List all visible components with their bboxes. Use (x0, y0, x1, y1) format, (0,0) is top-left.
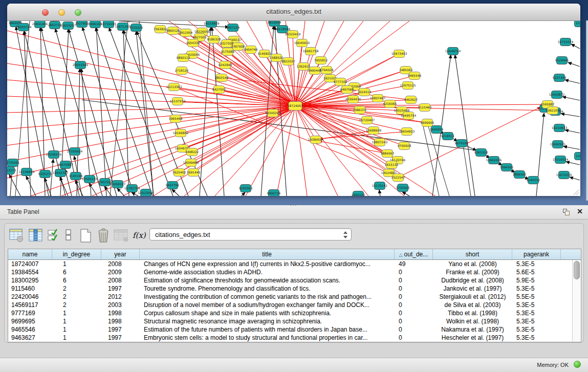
graph-edge-black[interactable] (110, 21, 128, 196)
graph-node-label: 19384554 (308, 138, 324, 141)
graph-edge-red[interactable] (295, 106, 407, 132)
column-header-out_de[interactable]: △out_de... (395, 249, 433, 259)
table-row[interactable]: 969969511998Structural magnetic resonanc… (8, 317, 572, 325)
table-cell: Franke et al. (2009) (433, 268, 512, 276)
graph-edge-black[interactable] (172, 189, 179, 196)
network-canvas[interactable]: 1872400716630542405572420691406284371910… (7, 21, 580, 196)
column-header-name[interactable]: name (8, 249, 52, 259)
network-window[interactable]: citations_edges.txt 18724007166305424055… (7, 4, 580, 196)
float-panel-icon[interactable] (563, 209, 571, 216)
graph-node-label: 15107553 (170, 99, 186, 103)
column-header-in_degree[interactable]: in_degree (52, 249, 101, 259)
table-vertical-scrollbar[interactable] (572, 260, 581, 342)
graph-node-label: 16958107 (110, 182, 126, 186)
table-row[interactable]: 977716911998Corpus callosum shape and si… (8, 309, 572, 317)
graph-node-label: 1735061 (7, 161, 20, 164)
new-document-icon[interactable] (78, 228, 94, 244)
graph-edge-black[interactable] (565, 130, 580, 133)
graph-edge-black[interactable] (463, 145, 471, 196)
column-header-title[interactable]: title (140, 249, 395, 259)
panel-splitter-handle[interactable] (290, 204, 297, 206)
graph-node-label: 14099485 (183, 161, 199, 164)
table-cell: de Silva et al. (2003) (433, 301, 512, 309)
graph-node-label: 12093872 (549, 93, 565, 96)
column-header-year[interactable]: year (101, 249, 140, 259)
graph-node-label: 1588520 (270, 56, 284, 59)
table-row[interactable]: 1830029562008Estimation of significance … (8, 276, 572, 285)
table-row[interactable]: 2242004622012Investigating the contribut… (8, 293, 572, 301)
graph-node-label: 9146821 (258, 52, 272, 55)
graph-edge-black[interactable] (570, 177, 580, 180)
graph-edge-red[interactable] (295, 106, 307, 196)
column-pair-icon[interactable] (64, 228, 73, 243)
cytoscape-desktop: citations_edges.txt 18724007166305424055… (0, 0, 588, 205)
table-cell: Disruption of a novel member of a sodium… (140, 301, 395, 309)
graph-node-label: 10653257 (60, 24, 76, 27)
graph-node-label: 15751074 (558, 40, 574, 43)
close-panel-icon[interactable]: ✕ (577, 207, 583, 215)
memory-status-indicator[interactable] (574, 361, 581, 368)
graph-edge-red[interactable] (225, 65, 295, 106)
graph-node-label: 16640910 (294, 41, 310, 45)
table-row[interactable]: 946362711997Embryonic stem cells: a mode… (8, 334, 572, 342)
graph-node-label: 19166852 (173, 131, 189, 135)
table-cell: 18300295 (8, 276, 52, 285)
graph-node-label: 12975125 (400, 83, 416, 87)
graph-edge-black[interactable] (242, 192, 245, 196)
graph-edge-red[interactable] (193, 43, 295, 106)
table-row[interactable]: 1872400712008Changes of HCN gene express… (8, 260, 572, 268)
graph-node-label: 8912954 (179, 31, 193, 34)
table-row[interactable]: 1938455462009Genome-wide association stu… (8, 268, 572, 276)
column-header-short[interactable]: short (433, 249, 512, 259)
graph-node-label: 15135141 (372, 184, 388, 187)
scrollbar-thumb[interactable] (574, 261, 580, 279)
graph-edge-black[interactable] (563, 146, 580, 149)
graph-node-label: 9699695 (421, 121, 434, 124)
graph-edge-red[interactable] (398, 107, 540, 178)
graph-edge-black[interactable] (566, 162, 580, 165)
graph-node-label: 9175685 (221, 50, 235, 53)
graph-node-label: 9756928 (398, 144, 411, 147)
table-row[interactable]: 946554611997Estimation of the future num… (8, 325, 572, 334)
trash-icon[interactable] (96, 228, 111, 244)
table-row[interactable]: 911546021997Tourette syndrome. Phenomeno… (8, 285, 572, 293)
table-cell: Embryonic stem cells: a model to study s… (140, 334, 395, 342)
graph-edge-black[interactable] (562, 97, 580, 100)
graph-node-label: 9129946 (555, 58, 569, 62)
graph-node-label: 12505135 (82, 177, 98, 181)
table-settings-icon[interactable] (9, 228, 24, 243)
graph-edge-black[interactable] (50, 159, 53, 196)
graph-node-label: 9115460 (418, 105, 432, 109)
graph-node-label: 7986372 (353, 108, 367, 112)
table-row[interactable]: 1456911722003Disruption of a novel membe… (8, 301, 572, 309)
table-panel-body: f(x) citations_edges.txt namein_degreeye… (4, 223, 584, 343)
graph-node-label: 9227343 (553, 76, 567, 79)
graph-node-label: 13942757 (53, 171, 69, 174)
background-window-edge (586, 20, 588, 201)
graph-edge-black[interactable] (571, 44, 580, 49)
graph-node-label: 19654923 (399, 129, 415, 133)
canvas-resize-grip[interactable] (574, 190, 579, 195)
graph-edge-black[interactable] (136, 31, 154, 196)
graph-edge-black[interactable] (26, 176, 36, 196)
graph-edge-red[interactable] (184, 106, 295, 196)
graph-edge-black[interactable] (455, 55, 475, 196)
table-cell: 1 (52, 260, 101, 268)
table-cell: 49 (395, 260, 433, 268)
column-header-pagerank[interactable]: pagerank (512, 249, 561, 259)
graph-node-label: 9220563 (239, 186, 253, 190)
graph-edge-red[interactable] (7, 47, 295, 106)
graph-edge-black[interactable] (69, 29, 117, 196)
graph-node-label: 9463627 (404, 98, 418, 101)
function-builder-icon[interactable]: f(x) (133, 231, 146, 240)
graph-edge-black[interactable] (561, 114, 580, 117)
graph-edge-black[interactable] (565, 80, 580, 83)
table-selector-dropdown[interactable]: citations_edges.txt (149, 228, 352, 240)
graph-edge-black[interactable] (132, 192, 138, 196)
network-window-titlebar[interactable]: citations_edges.txt (7, 4, 580, 21)
graph-edge-black[interactable] (379, 190, 380, 196)
row-check-icon[interactable] (48, 228, 61, 243)
table-column-edit-icon[interactable] (28, 228, 43, 243)
graph-edge-black[interactable] (568, 62, 580, 67)
graph-edge-black[interactable] (117, 188, 124, 196)
